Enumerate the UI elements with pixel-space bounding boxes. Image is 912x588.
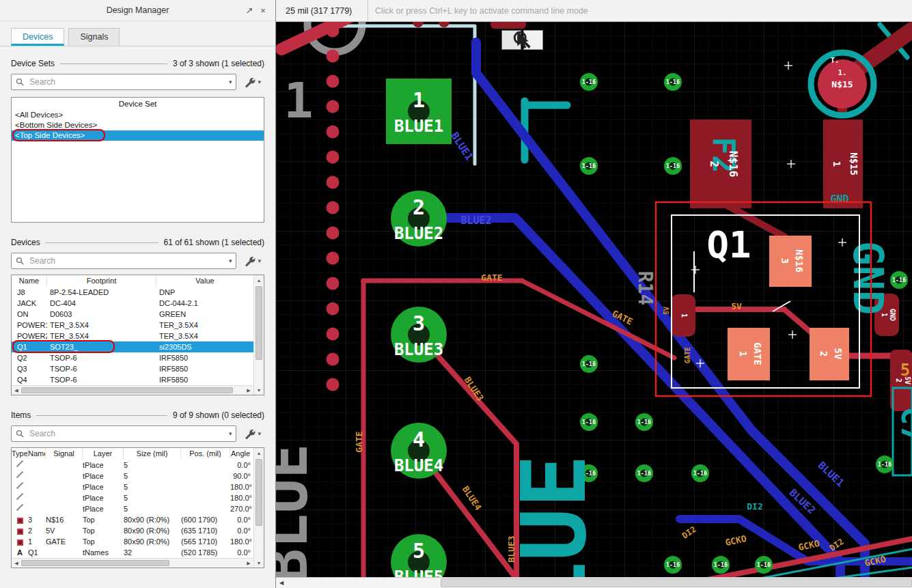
devices-column-header[interactable]: Name [12,275,47,287]
connector-pad[interactable] [327,328,340,341]
scroll-right-icon[interactable]: ▶ [244,559,253,568]
chevron-down-icon[interactable]: ▾ [229,258,232,264]
items-column-header[interactable]: Layer [83,448,124,460]
tab-signals[interactable]: Signals [68,28,120,46]
chevron-down-icon[interactable]: ▾ [258,79,261,85]
connector-pad[interactable] [327,378,340,391]
scroll-down-icon[interactable]: ▼ [254,558,264,568]
scrollbar-thumb[interactable] [21,387,233,393]
items-column-header[interactable]: Pos. (mil) [181,448,230,460]
chevron-down-icon[interactable]: ▾ [229,431,232,437]
device-sets-section-header: Device Sets 3 of 3 shown (1 selected) [11,59,264,68]
devices-column-header[interactable]: Value [156,275,253,287]
device-row[interactable]: JACKDC-404DC-044-2.1 [12,298,253,309]
device-sets-search-input[interactable] [28,76,225,87]
zoom-fit-button[interactable] [523,30,543,50]
device-cell: 8P-2.54-LEADED [47,287,156,298]
connector-pad[interactable] [327,227,340,240]
chevron-down-icon[interactable]: ▾ [258,258,261,264]
connector-pad[interactable] [327,176,340,189]
devices-column-header[interactable]: Footprint [47,275,156,287]
items-column-header[interactable]: Size (mil) [124,448,181,460]
scrollbar-thumb[interactable] [255,459,262,526]
device-sets-filter-button[interactable]: ▾ [242,74,264,90]
item-row[interactable]: 1GATETop80x90 (R:0%)(565 1710)180.0° [12,536,253,547]
items-column-header[interactable]: Angle [230,448,253,460]
device-set-row[interactable]: <All Devices> [12,110,264,120]
device-row[interactable]: OND0603GREEN [12,309,253,320]
items-search[interactable]: ▾ [11,425,236,442]
device-row[interactable]: POWER2TER_3.5X4TER_3.5X4 [12,331,253,341]
item-cell [181,471,230,481]
chevron-down-icon[interactable]: ▾ [229,79,232,85]
scroll-up-icon[interactable]: ▲ [254,275,264,285]
scrollbar-track[interactable] [287,578,912,588]
connector-pad[interactable] [327,277,340,290]
items-filter-button[interactable]: ▾ [242,426,264,442]
pcb-label: GND [830,193,848,206]
devices-filter-button[interactable]: ▾ [242,253,264,269]
items-column-header[interactable]: Signal [46,448,83,460]
devices-search-input[interactable] [28,255,225,266]
devices-horizontal-scrollbar[interactable]: ◀ ▶ [12,385,253,395]
connector-pad[interactable] [327,50,340,63]
item-row[interactable]: tPlace50.0° [12,460,253,471]
device-row[interactable]: POWER1TER_3.5X4TER_3.5X4 [12,320,253,331]
popout-icon[interactable]: ↗ [243,5,256,16]
connector-pad[interactable] [327,75,340,88]
device-row[interactable]: Q1SOT23_si2305DS [12,341,253,352]
connector-pad[interactable] [327,151,340,164]
close-icon[interactable]: × [256,5,270,16]
scroll-left-icon[interactable]: ◀ [12,386,21,395]
command-line-input[interactable] [374,0,912,22]
device-row[interactable]: Q2TSOP-6IRF5850 [12,352,253,363]
connector-pad[interactable] [327,126,340,139]
scrollbar-thumb[interactable] [255,286,262,360]
via-label: 1-16 [892,277,906,283]
device-set-list-header[interactable]: Device Set [12,98,264,110]
item-row[interactable]: 25VTop80x90 (R:0%)(635 1710)0.0° [12,525,253,536]
scroll-right-icon[interactable]: ▶ [244,386,253,395]
divider [60,64,167,64]
device-row[interactable]: Q3TSOP-6IRF5850 [12,363,253,374]
devices-vertical-scrollbar[interactable]: ▲ ▼ [253,275,264,395]
tab-devices[interactable]: Devices [11,28,64,46]
device-set-row[interactable]: <Top Side Devices> [12,130,264,141]
items-column-header[interactable]: Name [28,448,46,460]
chevron-down-icon[interactable]: ▾ [258,431,261,437]
item-row[interactable]: tPlace5180.0° [12,492,253,503]
device-row[interactable]: Q4TSOP-6IRF5850 [12,374,253,385]
scroll-down-icon[interactable]: ▼ [254,385,264,395]
item-row[interactable]: tPlace590.0° [12,471,253,481]
pcb-canvas-svg[interactable]: 1-161-161-161-161-161-161-161-161-161-16… [276,22,912,577]
connector-pad[interactable] [327,252,340,265]
connector-pad[interactable] [327,303,340,316]
pcb-pad[interactable] [490,22,526,29]
item-row[interactable]: 3N$16Top80x90 (R:0%)(600 1790)0.0° [12,514,253,525]
items-search-input[interactable] [28,428,225,439]
scroll-left-icon[interactable]: ◀ [276,580,287,586]
connector-pad[interactable] [327,100,340,113]
canvas-toolbar [501,30,543,50]
pcb-canvas[interactable]: 1-161-161-161-161-161-161-161-161-161-16… [276,22,912,577]
scrollbar-thumb[interactable] [21,560,169,566]
device-row[interactable]: J88P-2.54-LEADEDDNP [12,287,253,298]
scroll-left-icon[interactable]: ◀ [12,559,21,568]
connector-pad[interactable] [327,201,340,214]
item-row[interactable]: tPlace5180.0° [12,481,253,492]
devices-search[interactable]: ▾ [11,253,236,269]
connector-pad[interactable] [327,353,340,366]
items-vertical-scrollbar[interactable]: ▲ ▼ [253,448,264,568]
scroll-up-icon[interactable]: ▲ [254,448,264,458]
item-row[interactable]: AQ1tNames32(520 1785)0.0° [12,547,253,558]
scrollbar-thumb[interactable] [441,578,912,587]
item-cell: Top [83,525,124,536]
item-row[interactable]: tPlace5270.0° [12,503,253,514]
device-set-row[interactable]: <Bottom Side Devices> [12,120,264,130]
device-cell: Q3 [12,363,47,374]
canvas-horizontal-scrollbar[interactable]: ◀ [276,577,912,588]
device-sets-search[interactable]: ▾ [11,74,236,90]
items-column-header[interactable]: Type [12,448,28,460]
connector-pad[interactable] [327,25,340,38]
items-horizontal-scrollbar[interactable]: ◀ ▶ [12,558,253,568]
